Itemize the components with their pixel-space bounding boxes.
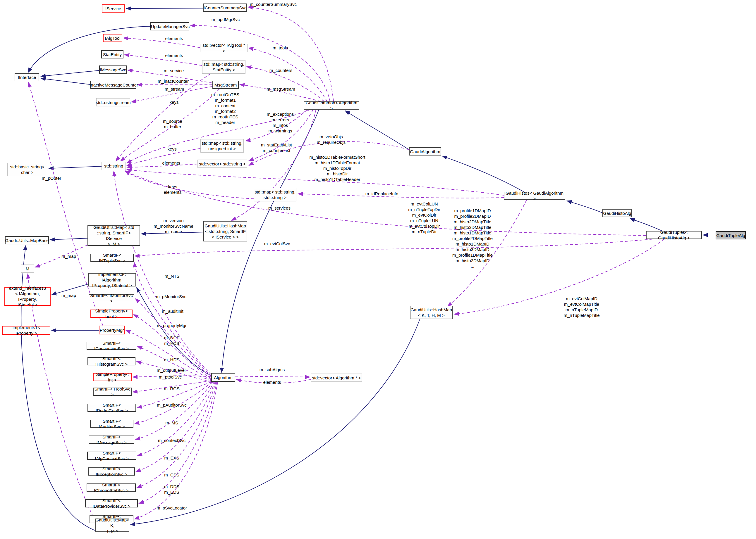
class-node-vec_ialgtool: std::vector< IAlgTool * > — [200, 44, 247, 52]
class-node-iinterface[interactable]: IInterface — [15, 73, 39, 81]
class-node-simpleprop_bool[interactable]: SimpleProperty< bool > — [90, 310, 133, 318]
class-node-basic_string: std::basic_string< char > — [7, 163, 47, 176]
edge-label-vec_ialgtool-to-ialgtool: elements — [165, 36, 183, 41]
class-node-gaudialgorithm[interactable]: GaudiAlgorithm — [409, 147, 441, 156]
edge-gaudialgorithm-to-gaudicommon — [345, 111, 409, 150]
edge-iupdatemanagersvc-to-iinterface — [28, 26, 150, 72]
class-node-smartif_iconversion[interactable]: SmartIF< IConversionSvc > — [87, 342, 136, 350]
class-node-gauditubles[interactable]: GaudiTuples< GaudiHistoAlg > — [646, 231, 702, 239]
class-node-map_iservice[interactable]: GaudiUtils::Map< std ::string, SmartIF< … — [87, 225, 140, 246]
edge-label-vec_str-to-std_string: elements — [162, 160, 180, 166]
edge-label-algorithm-to-smartif_intuple: m_NTS — [165, 273, 180, 279]
edge-algorithm-to-vec_algorithm — [235, 376, 310, 377]
class-node-implements1[interactable]: implements1< IProperty > — [2, 326, 50, 335]
edge-label-algorithm-to-smartif_iconversion: m_DCS m_ECS — [164, 335, 180, 346]
edge-label-map_statentity-to-statentity: elements — [165, 53, 183, 58]
class-node-imessagesvc[interactable]: IMessageSvc — [99, 65, 127, 74]
edge-label-gaudihistos-to-std_string: m_histo1DTableFormatShort m_histo1DTable… — [310, 154, 365, 182]
edge-label-gaudialgorithm-to-vec_str: m_vetoObjs m_requireObjs — [317, 134, 345, 145]
edge-gauditubles-to-gaudihistoalg — [630, 219, 662, 231]
edge-label-gaudicommon-to-map_str_uint: m_exceptions m_errors m_infos m_warnings — [267, 112, 294, 133]
class-node-smartif_intuple[interactable]: SmartIF< INTupleSvc > — [90, 254, 134, 262]
class-node-vec_str: std::vector< std::string > — [198, 160, 247, 168]
edge-label-gauditubles-to-std_string: m_evtColLUN m_nTupleTopDir m_evtColDir m… — [408, 201, 440, 234]
edge-label-map_ktm-to-m_box: m_map — [61, 293, 76, 298]
class-node-mapbase[interactable]: Gaudi::Utils::MapBase — [5, 236, 49, 244]
class-node-extend_interfaces3[interactable]: extend_interfaces3 < IAlgorithm, IProper… — [4, 287, 50, 306]
class-node-map_str_str: std::map< std::string, std::string > — [254, 188, 296, 201]
edge-gaudicommon-to-vec_ialgtool — [249, 48, 327, 102]
class-node-implements3[interactable]: implements3< IAlgorithm, IProperty, ISta… — [88, 273, 136, 286]
edge-algorithm-to-smartif_ialgcontext — [138, 382, 214, 456]
edge-label-gaudicommon-to-map_statentity: m_counters — [269, 67, 292, 73]
class-node-gaudituplealg: GaudiTupleAlg — [715, 231, 746, 239]
class-node-algorithm[interactable]: Algorithm — [211, 373, 235, 382]
edge-label-gaudihistos-to-map_str_str: m_idReplaceInfo — [365, 191, 399, 196]
edge-icountersummarysvc-to-iservice — [127, 8, 203, 9]
edge-label-algorithm-to-smartif_itool: m_ptoolSvc — [159, 374, 182, 380]
class-node-gaudihistoalg[interactable]: GaudiHistoAlg — [603, 209, 632, 217]
edge-gaudihistos-to-gaudialgorithm — [442, 156, 524, 192]
class-node-statentity[interactable]: StatEntity — [101, 50, 124, 58]
edge-label-algorithm-to-smartif_iexception: m_EXS — [164, 455, 179, 461]
class-node-smartif_idataprovider[interactable]: SmartIF< IDataProviderSvc > — [85, 499, 138, 507]
class-node-m_box: M — [21, 265, 34, 273]
edge-label-map_str_str-to-std_string: keys elements — [164, 184, 182, 195]
edge-map_str_str-to-std_string — [125, 171, 254, 199]
edge-map_iservice-to-mapbase — [50, 238, 87, 240]
edge-label-gaudicommon-to-vec_ialgtool: m_tools — [273, 45, 288, 50]
edge-label-map_iservice-to-m_box: m_map — [61, 254, 76, 259]
edge-label-algorithm-to-std_string: m_version m_monitorSvcName m_name — [153, 218, 193, 234]
class-node-map_ktm[interactable]: GaudiUtils::Map< K, T, M > — [95, 518, 129, 532]
class-node-iupdatemanagersvc[interactable]: IUpdateManagerSvc — [150, 22, 189, 31]
edge-label-gauditubles-to-smartif_intuple: m_evtColSvc — [264, 241, 290, 246]
edge-label-propertymgr-to-iinterface: m_pOuter — [42, 175, 61, 181]
class-node-propertymgr[interactable]: PropertyMgr — [99, 326, 125, 335]
edge-label-gauditubles-to-hashmap_kthm: m_evtColMapID m_evtColMapTitle m_nTupleM… — [563, 296, 600, 318]
class-node-smartif_imonitor[interactable]: SmartIF< IMonitorSvc > — [89, 294, 134, 302]
class-node-map_statentity: std::map< std::string, StatEntity > — [202, 60, 245, 74]
edge-gaudihistos-to-map_str_str — [298, 194, 504, 198]
class-node-simpleprop_int[interactable]: SimpleProperty< int > — [93, 373, 132, 381]
edge-std_string-to-basic_string — [49, 166, 102, 168]
class-node-smartif_itool[interactable]: SmartIF< IToolSvc > — [93, 388, 132, 396]
class-node-ialgtool[interactable]: IAlgTool — [103, 34, 122, 42]
edge-label-gaudicommon-to-vec_str: m_statEntityList m_counterList — [261, 142, 292, 153]
class-node-smartif_ichrono[interactable]: SmartIF< IChronoStatSvc > — [87, 484, 136, 492]
edge-label-algorithm-to-smartif_irndm: m_RGS — [164, 386, 179, 391]
edge-label-algorithm-to-smartif_idataprovider: m_DDS m_EDS — [164, 484, 180, 495]
edge-imessagesvc-to-iinterface — [41, 70, 99, 76]
edge-label-gaudicommon-to-iupdatemanagersvc: m_updMgrSvc — [212, 17, 240, 22]
class-node-msgstream[interactable]: MsgStream — [212, 81, 239, 89]
edge-label-algorithm-to-simpleprop_bool: m_auditInit — [162, 308, 183, 314]
edge-label-algorithm-to-smartif_ialgcontext: m_contextSvc — [158, 437, 185, 443]
class-node-hashmap_kthm[interactable]: GaudiUtils::HashMap < K, T, H, M > — [410, 306, 453, 319]
class-node-smartif_iauditor[interactable]: SmartIF< IAuditorSvc > — [90, 420, 134, 428]
class-node-iservice[interactable]: IService — [102, 4, 125, 13]
class-node-smartif_ialgcontext[interactable]: SmartIF< IAlgContextSvc > — [87, 452, 136, 460]
edge-label-gaudicommon-to-icountersummarysvc: m_counterSummarySvc — [250, 1, 297, 7]
edge-label-algorithm-to-vec_algorithm: m_subAlgms — [259, 367, 285, 372]
edge-label-map_statentity-to-std_string: keys — [170, 99, 179, 105]
class-node-smartif_imessage[interactable]: SmartIF< IMessageSvc > — [89, 435, 134, 444]
class-node-icountersummarysvc[interactable]: ICounterSummarySvc — [203, 4, 247, 12]
edge-label-algorithm-to-smartif_isvclocator: m_pSvcLocator — [156, 505, 187, 511]
class-node-hashmap_iservice[interactable]: GaudiUtils::HashMap < std::string, Smart… — [203, 221, 247, 241]
edge-label-algorithm-to-smartif_iauditor: m_pAuditorSvc — [157, 402, 187, 408]
class-node-map_str_uint: std::map< std::string, unsigned int > — [200, 139, 244, 153]
edge-label-gaudihistos-to-hashmap_kthm: m_profile1DMapID m_profile2DMapID m_hist… — [452, 208, 493, 269]
edge-label-gaudicommon-to-msgstream: m_msgStream — [266, 86, 295, 92]
class-node-smartif_ihistogram[interactable]: SmartIF< IHistogramSvc > — [87, 357, 136, 365]
class-node-vec_algorithm: std::vector< Algorithm * > — [311, 374, 362, 382]
edge-label-algorithm-to-propertymgr: m_propertyMgr — [157, 323, 187, 328]
edge-map_ktm-to-m_box — [28, 274, 95, 521]
collaboration-diagram: IServiceICounterSummarySvcIUpdateManager… — [0, 0, 756, 539]
class-node-smartif_iexception[interactable]: SmartIF< IExceptionSvc > — [88, 467, 135, 476]
edge-label-algorithm-to-smartif_imonitor: m_pMonitorSvc — [156, 294, 186, 299]
class-node-iinactivemessagecounter[interactable]: IInactiveMessageCounter — [90, 81, 136, 89]
class-node-gaudihistos[interactable]: GaudiHistos< GaudiAlgorithm > — [504, 192, 565, 200]
class-node-smartif_irndm[interactable]: SmartIF< IRndmGenSvc > — [87, 404, 136, 412]
class-node-gaudicommon[interactable]: GaudiCommon< Algorithm > — [304, 102, 359, 110]
edge-label-vec_algorithm-to-algorithm: elements — [263, 379, 281, 385]
edge-label-msgstream-to-imessagesvc: m_service — [164, 68, 184, 73]
